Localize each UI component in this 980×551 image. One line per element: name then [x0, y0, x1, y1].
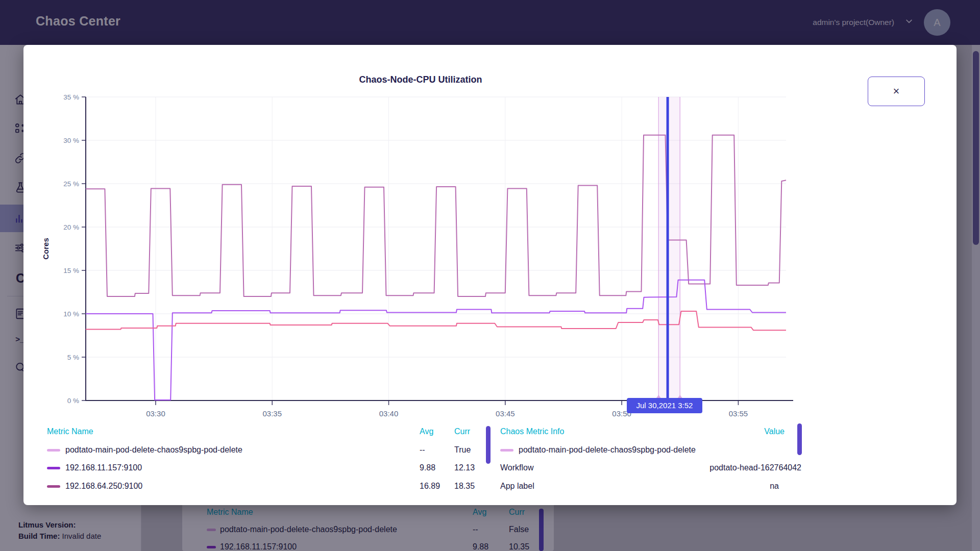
col-metric-name: Metric Name — [47, 427, 93, 436]
info-row: Workflow podtato-head-162764042 — [500, 461, 801, 476]
series-swatch — [47, 467, 60, 469]
workflow-value: podtato-head-162764042 — [709, 463, 801, 472]
app-label-label: App label — [500, 482, 534, 491]
col-chaos-metric-info: Chaos Metric Info — [500, 427, 564, 436]
svg-text:25 %: 25 % — [63, 180, 79, 188]
app-label-value: na — [770, 482, 779, 491]
svg-text:03:45: 03:45 — [496, 409, 515, 418]
legend-header: Metric Name Avg Curr — [47, 424, 491, 439]
svg-text:30 %: 30 % — [63, 137, 79, 144]
col-curr: Curr — [454, 427, 470, 436]
chaos-event-row[interactable]: podtato-main-pod-delete-chaos9spbg-pod-d… — [500, 443, 801, 458]
metric-name: 192.168.11.157:9100 — [65, 463, 142, 472]
svg-text:03:55: 03:55 — [729, 409, 748, 418]
svg-text:35 %: 35 % — [63, 93, 79, 101]
chaos-info-table: Chaos Metric Info Value podtato-main-pod… — [500, 424, 801, 505]
metric-curr: 18.35 — [454, 482, 475, 491]
legend-row[interactable]: podtato-main-pod-delete-chaos9spbg-pod-d… — [47, 443, 491, 458]
hover-tooltip: Jul 30,2021 3:52 — [627, 398, 702, 413]
metric-legend-table: Metric Name Avg Curr podtato-main-pod-de… — [47, 424, 491, 505]
metric-name: 192.168.64.250:9100 — [65, 482, 142, 491]
series-swatch — [500, 449, 513, 452]
legend-table-scrollbar[interactable] — [486, 426, 491, 464]
metric-curr: True — [454, 445, 471, 455]
chaos-event-name: podtato-main-pod-delete-chaos9spbg-pod-d… — [519, 445, 696, 455]
metric-avg: 9.88 — [420, 463, 435, 472]
svg-text:20 %: 20 % — [63, 223, 79, 231]
chaos-info-header: Chaos Metric Info Value — [500, 424, 801, 439]
col-avg: Avg — [420, 427, 433, 436]
svg-text:0 %: 0 % — [67, 397, 79, 405]
metric-curr: 12.13 — [454, 463, 475, 472]
cpu-utilization-chart: 0 %5 %10 %15 %20 %25 %30 %35 %03:3003:35… — [23, 45, 957, 433]
svg-text:Cores: Cores — [41, 238, 50, 260]
svg-text:5 %: 5 % — [67, 354, 79, 361]
series-swatch — [47, 449, 60, 452]
svg-text:03:40: 03:40 — [379, 409, 399, 418]
svg-text:15 %: 15 % — [63, 267, 79, 274]
app-root: Chaos Center admin's project(Owner) A C — [0, 0, 980, 551]
chart-canvas[interactable]: 0 %5 %10 %15 %20 %25 %30 %35 %03:3003:35… — [23, 45, 957, 433]
workflow-label: Workflow — [500, 463, 534, 472]
metric-avg: 16.89 — [420, 482, 440, 491]
svg-text:03:30: 03:30 — [146, 409, 165, 418]
metric-avg: -- — [420, 445, 425, 455]
chaos-info-scrollbar[interactable] — [797, 423, 802, 455]
col-value: Value — [764, 427, 785, 436]
series-swatch — [47, 485, 60, 488]
metric-name: podtato-main-pod-delete-chaos9spbg-pod-d… — [65, 445, 242, 455]
chart-modal: Chaos-Node-CPU Utilization × 0 %5 %10 %1… — [23, 45, 957, 505]
info-row: App label na — [500, 479, 801, 494]
svg-text:10 %: 10 % — [63, 310, 79, 318]
legend-row[interactable]: 192.168.64.250:9100 16.89 18.35 — [47, 479, 491, 494]
svg-text:03:35: 03:35 — [262, 409, 282, 418]
legend-row[interactable]: 192.168.11.157:9100 9.88 12.13 — [47, 461, 491, 476]
